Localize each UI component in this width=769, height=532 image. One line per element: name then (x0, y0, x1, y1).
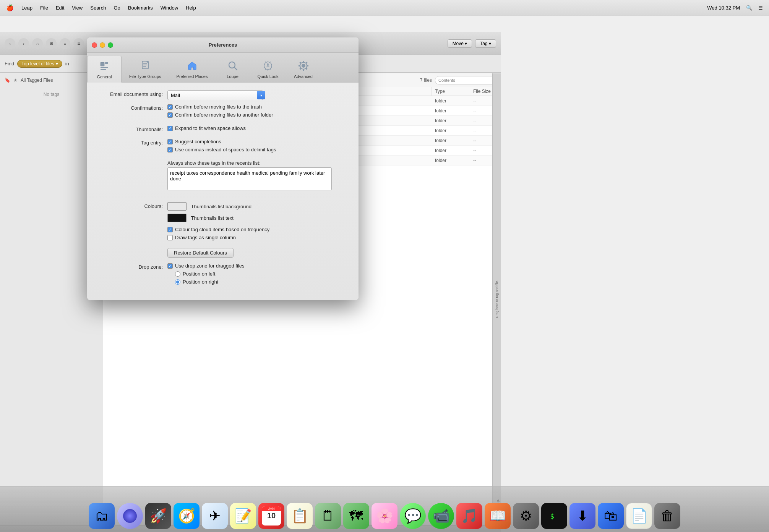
dock-icon-mail[interactable]: ✈ (202, 503, 228, 529)
dock-icon-calendar[interactable]: JAN 10 (258, 503, 284, 529)
quick-look-icon (260, 58, 276, 73)
dock-icon-facetime[interactable]: 📹 (428, 503, 454, 529)
files-count: 7 files (420, 78, 432, 83)
cloud-color-checkbox[interactable]: ✓ (167, 227, 173, 232)
single-col-checkbox[interactable] (167, 235, 173, 240)
menu-go[interactable]: Go (114, 5, 120, 11)
svg-rect-0 (101, 62, 104, 66)
thumbnails-row: Thumbnails: ✓ Expand to fit when space a… (99, 125, 347, 133)
tab-quick-look[interactable]: Quick Look (250, 56, 286, 82)
checkmark-icon: ✓ (169, 105, 172, 109)
tab-general[interactable]: General (87, 56, 122, 83)
checkmark-icon: ✓ (169, 113, 172, 117)
dock-icon-texteditor[interactable]: 📄 (626, 503, 652, 529)
use-commas-checkbox[interactable]: ✓ (167, 147, 173, 152)
text-color-swatch[interactable] (167, 214, 187, 222)
dock-icon-itunes[interactable]: 🎵 (456, 503, 482, 529)
confirmations-label: Confirmations: (99, 104, 167, 111)
restore-default-colours-button[interactable]: Restore Default Colours (167, 248, 234, 258)
svg-point-14 (268, 61, 268, 62)
menu-view[interactable]: View (72, 5, 83, 11)
dock-icon-trash[interactable]: 🗑 (654, 503, 680, 529)
file-type: folder (432, 118, 470, 123)
tab-advanced[interactable]: Advanced (286, 56, 321, 82)
colours-label: Colours: (99, 202, 167, 209)
menu-window[interactable]: Window (161, 5, 178, 11)
svg-rect-29 (307, 65, 308, 66)
recents-row: Always show these tags in the recents li… (99, 160, 347, 197)
prefs-title: Preferences (209, 42, 237, 48)
col-type-header: Type (432, 87, 470, 96)
tab-loupe[interactable]: Loupe (216, 56, 250, 82)
dock-icon-appstore[interactable]: 🛍 (598, 503, 624, 529)
tab-file-type-groups-label: File Type Groups (129, 74, 161, 79)
dock-icon-reminders[interactable]: 📋 (287, 503, 313, 529)
radio-selected-indicator (176, 281, 179, 284)
use-drop-zone-checkbox[interactable]: ✓ (167, 263, 173, 269)
files-search-input[interactable] (435, 76, 496, 84)
dock-icon-syspreferences[interactable]: ⚙ (513, 503, 539, 529)
bg-color-row: Thumbnails list background (167, 202, 347, 211)
expand-fit-checkbox[interactable]: ✓ (167, 126, 173, 131)
dock-icon-siri[interactable] (117, 503, 143, 529)
suggest-completions-checkbox[interactable]: ✓ (167, 139, 173, 144)
svg-point-19 (268, 70, 268, 71)
cloud-color-label: Colour tag cloud items based on frequenc… (175, 227, 269, 232)
dock-icon-yoink[interactable]: ⬇ (569, 503, 595, 529)
position-left-radio[interactable] (175, 271, 180, 277)
dock-icon-maps[interactable]: 🗺 (343, 503, 369, 529)
find-label: Find (5, 61, 14, 66)
list-view-button[interactable]: ≡ (60, 38, 70, 49)
dock-icon-notes[interactable]: 📝 (230, 503, 256, 529)
menu-search[interactable]: Search (90, 5, 106, 11)
menu-file[interactable]: File (40, 5, 48, 11)
svg-point-17 (271, 67, 272, 68)
control-strip-icon[interactable]: ☰ (758, 5, 763, 11)
checkmark-icon: ✓ (169, 264, 172, 268)
close-button[interactable] (92, 42, 97, 48)
menu-leap[interactable]: Leap (21, 5, 32, 11)
recents-tags-textarea[interactable]: receipt taxes correspondence health medi… (167, 167, 332, 190)
home-button[interactable]: ⌂ (32, 38, 43, 49)
tag-button[interactable]: Tag ▾ (475, 39, 496, 48)
svg-rect-28 (299, 65, 300, 66)
tab-preferred-places[interactable]: Preferred Places (169, 56, 216, 82)
menu-edit[interactable]: Edit (56, 5, 64, 11)
dock-icon-rocket[interactable]: 🚀 (145, 503, 171, 529)
position-right-radio[interactable] (175, 279, 180, 285)
forward-button[interactable]: › (18, 38, 29, 49)
menubar-time: Wed 10:32 PM (707, 5, 740, 11)
apple-menu[interactable]: 🍎 (6, 4, 14, 11)
minimize-button[interactable] (100, 42, 105, 48)
columns-view-button[interactable]: ≣ (73, 38, 84, 49)
dock-icon-safari[interactable]: 🧭 (174, 503, 200, 529)
bg-color-swatch[interactable] (167, 202, 187, 211)
back-button[interactable]: ‹ (5, 38, 15, 49)
menu-bookmarks[interactable]: Bookmarks (128, 5, 153, 11)
prefs-tabs: General File Type Groups (87, 53, 359, 83)
use-commas-label: Use commas instead of spaces to delimit … (175, 147, 276, 152)
confirm-trash-checkbox[interactable]: ✓ (167, 104, 173, 110)
cloud-color-row: ✓ Colour tag cloud items based on freque… (167, 227, 347, 232)
tag-entry-label: Tag entry: (99, 139, 167, 146)
dock-icon-photos[interactable]: 🌸 (372, 503, 397, 529)
prefs-content: Email documents using: Mail ▾ Confirmati… (87, 83, 359, 300)
dock-icon-stickies[interactable]: 🗒 (315, 503, 341, 529)
search-icon[interactable]: 🔍 (746, 5, 752, 11)
dock: 🗂 🚀 🧭 ✈ 📝 JAN 10 📋 🗒 🗺 🌸 💬 📹 🎵 📖 ⚙ $_ ⬇ … (0, 486, 769, 532)
app-background: ‹ › ⌂ ⊞ ≡ ≣ 🔖 ★ All Tagged Files M Move … (0, 16, 769, 532)
menu-help[interactable]: Help (186, 5, 196, 11)
drag-panel: Drag here to tag and file. (492, 73, 501, 525)
dock-icon-terminal[interactable]: $_ (541, 503, 567, 529)
email-select[interactable]: Mail (167, 90, 263, 100)
tab-file-type-groups[interactable]: File Type Groups (122, 56, 169, 82)
move-button[interactable]: Move ▾ (448, 39, 472, 48)
scope-button[interactable]: Top level of files ▾ (17, 60, 62, 68)
dock-icon-books[interactable]: 📖 (485, 503, 511, 529)
dock-icon-messages[interactable]: 💬 (400, 503, 426, 529)
grid-view-button[interactable]: ⊞ (46, 38, 57, 49)
maximize-button[interactable] (108, 42, 113, 48)
use-commas-row: ✓ Use commas instead of spaces to delimi… (167, 147, 347, 152)
confirm-folder-checkbox[interactable]: ✓ (167, 112, 173, 118)
dock-icon-finder[interactable]: 🗂 (89, 503, 115, 529)
